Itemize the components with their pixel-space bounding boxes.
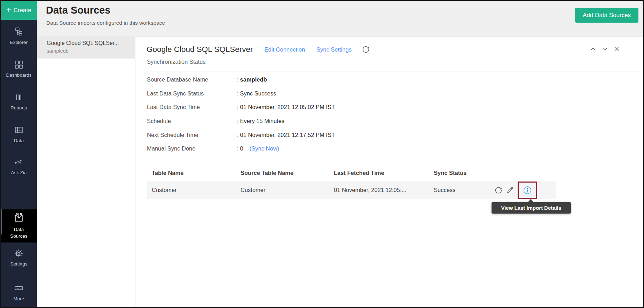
divider [147,71,640,71]
col-header-sync-status: Sync Status [434,170,495,176]
detail-panel: Google Cloud SQL SQLServer Edit Connecti… [135,37,643,307]
create-button[interactable]: + Create [1,1,37,20]
panel-controls [589,45,620,53]
sidebar-item-label: Explorer [10,40,28,45]
col-header-table-name: Table Name [147,170,241,176]
source-database: sampledb [47,48,132,54]
close-icon[interactable] [613,45,620,53]
top-header: Data Sources Data Source imports configu… [37,1,643,37]
reports-icon [14,92,24,103]
tooltip: View Last Import Details [492,202,571,214]
add-data-sources-button[interactable]: Add Data Sources [575,8,638,23]
field-label: Source Database Name [147,76,236,83]
sidebar-item-more[interactable]: More [1,283,37,301]
data-sources-icon [14,212,24,225]
sidebar-item-label: Data [14,138,24,143]
field-value: Every 15 Minutes [240,118,284,124]
cell-source-table-name: Customer [241,187,334,193]
tables-table: Table Name Source Table Name Last Fetche… [147,165,556,199]
field-value: 0 [240,145,243,152]
chevron-up-icon[interactable] [589,45,597,53]
sync-status-value: Sync Success [240,90,276,97]
tooltip-label: View Last Import Details [501,205,561,211]
edit-connection-link[interactable]: Edit Connection [265,46,305,53]
highlight-box [518,182,537,199]
sidebar-item-label: Dashboards [6,72,32,78]
explorer-icon [14,26,24,38]
colon: : [236,132,238,138]
field-last-sync-time: Last Data Sync Time :01 November, 2021 1… [147,100,636,114]
sidebar-item-data-sources[interactable]: Data Sources [1,209,37,242]
sidebar-item-label: Sources [10,233,28,240]
colon: : [236,118,238,124]
row-sync-refresh-icon[interactable] [495,186,502,194]
sidebar-item-data[interactable]: Data [1,125,37,143]
info-icon[interactable] [523,186,532,195]
zia-icon [14,157,24,168]
sync-status-fields: Source Database Name :sampledb Last Data… [147,73,636,156]
sidebar-item-explorer[interactable]: Explorer [1,26,37,45]
source-name: Google Cloud SQL SQLSer... [47,40,132,46]
sync-settings-link[interactable]: Sync Settings [316,46,352,53]
gear-icon [14,248,24,260]
dashboards-icon [14,59,24,71]
sidebar-item-label: Data [14,226,24,233]
chevron-down-icon[interactable] [601,45,608,53]
field-value: 01 November, 2021 12:05:02 PM IST [240,104,335,110]
cell-table-name: Customer [147,187,241,193]
sidebar-item-reports[interactable]: Reports [1,92,37,110]
table-row: Customer Customer 01 November, 2021 12:0… [147,181,556,199]
sidebar-item-settings[interactable]: Settings [1,248,37,267]
sync-now-link[interactable]: (Sync Now) [250,145,279,152]
field-label: Last Data Sync Time [147,104,236,110]
more-ellipsis-icon [14,283,24,294]
field-manual-sync-done: Manual Sync Done :0 (Sync Now) [147,142,636,156]
field-schedule: Schedule :Every 15 Minutes [147,114,636,128]
page-title: Data Sources [46,5,110,16]
connection-title: Google Cloud SQL SQLServer [147,45,253,54]
colon: : [236,104,238,110]
field-label: Schedule [147,118,236,124]
edit-pencil-icon[interactable] [506,187,513,194]
app-window: + Create Explorer Dashboards Reports [0,0,644,308]
row-actions [495,182,556,199]
refresh-icon[interactable] [362,46,370,53]
source-list-item[interactable]: Google Cloud SQL SQLSer... sampledb [37,37,135,59]
field-source-database-name: Source Database Name :sampledb [147,73,636,87]
sidebar-item-label: Settings [10,261,28,267]
colon: : [236,90,238,97]
field-value: 01 November, 2021 12:17:52 PM IST [240,132,335,138]
create-button-label: Create [14,7,31,14]
field-label: Last Data Sync Status [147,90,236,97]
field-label: Next Schedule Time [147,132,236,138]
col-header-source-table-name: Source Table Name [241,170,334,176]
sidebar-item-label: More [14,296,24,301]
data-table-icon [14,125,24,136]
section-title: Synchronization Status [147,59,206,65]
field-next-schedule-time: Next Schedule Time :01 November, 2021 12… [147,128,636,142]
col-header-last-fetched-time: Last Fetched Time [334,170,434,176]
detail-header: Google Cloud SQL SQLServer Edit Connecti… [147,43,370,56]
field-label: Manual Sync Done [147,145,236,152]
colon: : [236,145,238,152]
sidebar-item-label: Reports [10,105,27,110]
table-header-row: Table Name Source Table Name Last Fetche… [147,165,556,181]
plus-icon: + [6,6,11,14]
sidebar-item-label: Ask Zia [11,170,26,175]
colon: : [236,76,238,83]
sidebar: + Create Explorer Dashboards Reports [1,1,37,307]
field-last-sync-status: Last Data Sync Status :Sync Success [147,87,636,101]
sidebar-item-dashboards[interactable]: Dashboards [1,59,37,78]
cell-last-fetched-time: 01 November, 2021 12:05:... [334,187,434,193]
field-value: sampledb [240,76,267,83]
page-subtitle: Data Source imports configured in this w… [46,20,165,26]
source-list-panel: Google Cloud SQL SQLSer... sampledb [37,37,135,307]
cell-sync-status: Success [434,187,495,193]
sidebar-item-ask-zia[interactable]: Ask Zia [1,157,37,175]
